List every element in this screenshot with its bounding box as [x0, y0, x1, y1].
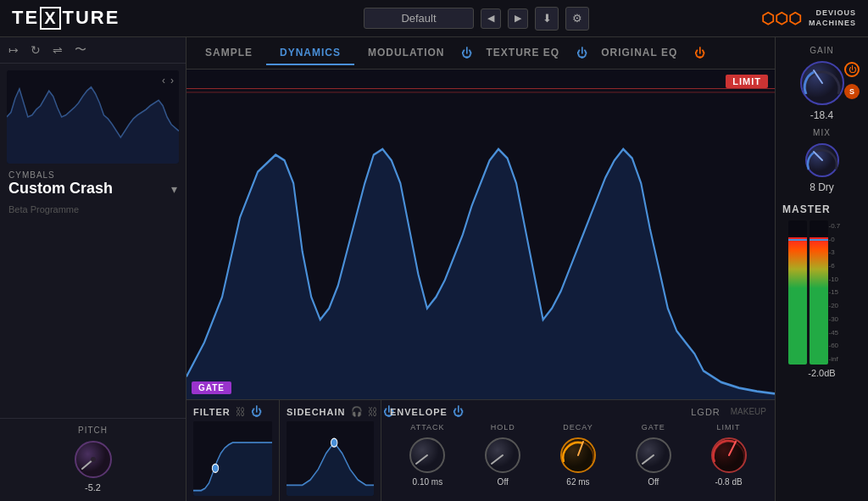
gain-power-button[interactable]: ⏻: [844, 62, 860, 77]
attack-label: ATTACK: [410, 423, 444, 431]
sample-dropdown-button[interactable]: ▾: [171, 182, 177, 196]
transport-bar: ↦ ↻ ⇌ 〜: [0, 37, 186, 64]
vu-scale-0: -0: [829, 236, 841, 243]
cycle-icon[interactable]: ↻: [31, 43, 41, 57]
waveform-display: ‹ ›: [7, 70, 179, 164]
filter-header: FILTER ⛓ ⏻: [193, 405, 272, 418]
tab-modulation[interactable]: MODULATION: [354, 42, 458, 65]
filter-power-button[interactable]: ⏻: [251, 405, 262, 418]
vu-scale-45: -45: [829, 329, 841, 337]
mix-value: 8 Dry: [810, 181, 834, 193]
vu-scale-15: -15: [829, 288, 841, 296]
wave-prev-button[interactable]: ‹: [162, 75, 165, 86]
logo-area: TEXTURE: [0, 7, 186, 30]
lgdr-label: LGDR: [691, 407, 721, 417]
preset-next-button[interactable]: ▶: [508, 8, 528, 29]
gate-label: GATE: [642, 423, 665, 431]
pitch-area: PITCH -5.2: [0, 418, 186, 501]
right-panel: GAIN ⏻ S -18.4 MIX: [775, 37, 868, 501]
master-label: MASTER: [782, 203, 831, 215]
gain-solo-button[interactable]: S: [844, 84, 860, 99]
preset-area: Default ◀ ▶ ⬇ ⚙: [186, 7, 766, 31]
texture-eq-power-button[interactable]: ⏻: [576, 47, 587, 59]
sidechain-section: SIDECHAIN 🎧 ⛓ ⏻: [280, 400, 381, 501]
wave-next-button[interactable]: ›: [170, 75, 174, 86]
limit-knob[interactable]: [710, 437, 748, 474]
brand-name: DEVIOUSMACHINES: [809, 8, 856, 28]
vu-scale-10: -10: [829, 276, 841, 283]
gain-knob[interactable]: [799, 60, 845, 106]
sample-info: Cymbals Custom Crash ▾: [0, 164, 186, 201]
sidechain-title: SIDECHAIN: [287, 407, 346, 417]
vu-scale-20: -20: [829, 302, 841, 309]
wave-nav: ‹ ›: [162, 75, 174, 86]
modulation-power-button[interactable]: ⏻: [461, 47, 472, 59]
svg-point-13: [331, 438, 337, 447]
filter-title: FILTER: [193, 407, 231, 417]
svg-point-10: [212, 464, 218, 472]
brand-area: ⬡⬡⬡ DEVIOUSMACHINES: [766, 8, 868, 28]
decay-value: 62 ms: [566, 477, 589, 487]
makeup-label: MAKEUP: [731, 407, 766, 416]
tab-original-eq[interactable]: ORIGINAL EQ: [587, 42, 691, 65]
limit-value: -0.8 dB: [715, 477, 742, 487]
dynamics-waveform: [186, 70, 775, 399]
mix-label: MIX: [813, 128, 831, 137]
gate-knob[interactable]: [635, 437, 672, 474]
mix-knob[interactable]: [804, 142, 840, 178]
gain-label: GAIN: [810, 46, 833, 55]
envelope-header: ENVELOPE ⏻ LGDR MAKEUP: [390, 405, 766, 418]
envelope-title: ENVELOPE: [390, 407, 448, 417]
limit-knob-group: LIMIT -0.8 dB: [710, 423, 748, 487]
vu-scale-inf: -inf: [829, 355, 841, 363]
wave-icon[interactable]: 〜: [75, 42, 86, 58]
preset-prev-button[interactable]: ◀: [481, 8, 501, 29]
tab-sample[interactable]: SAMPLE: [192, 42, 266, 65]
spacer: [0, 218, 186, 418]
preset-name[interactable]: Default: [364, 8, 474, 29]
gate-value: Off: [648, 477, 659, 487]
vu-meter-right: [810, 220, 828, 365]
filter-section: FILTER ⛓ ⏻: [186, 400, 280, 501]
vu-meter-left: [788, 220, 807, 365]
sidechain-headphone-icon[interactable]: 🎧: [351, 406, 363, 417]
envelope-power-button[interactable]: ⏻: [453, 405, 464, 418]
attack-knob-group: ATTACK 0.10 ms: [409, 423, 446, 487]
envelope-knobs: ATTACK 0.10 ms HOLD: [390, 423, 766, 496]
tabs-row: SAMPLE DYNAMICS MODULATION ⏻ TEXTURE EQ …: [186, 37, 775, 70]
envelope-header-left: ENVELOPE ⏻: [390, 405, 464, 418]
vu-fill-right: [810, 237, 828, 365]
bottom-controls: FILTER ⛓ ⏻ S: [186, 399, 775, 501]
sidechain-link-icon[interactable]: ⛓: [368, 406, 378, 418]
filter-graph: [193, 421, 272, 496]
gate-badge: GATE: [192, 381, 231, 394]
pitch-label: PITCH: [78, 426, 108, 435]
gain-area: GAIN ⏻ S -18.4: [782, 46, 861, 128]
preset-download-button[interactable]: ⬇: [535, 7, 559, 31]
shuffle-icon[interactable]: ⇌: [53, 43, 63, 57]
preset-settings-button[interactable]: ⚙: [565, 7, 589, 31]
tab-texture-eq[interactable]: TEXTURE EQ: [472, 42, 573, 65]
attack-knob[interactable]: [409, 437, 446, 474]
tab-dynamics[interactable]: DYNAMICS: [266, 42, 354, 65]
mix-area: MIX 8 Dry: [782, 128, 861, 200]
hold-label: HOLD: [491, 423, 515, 431]
dynamics-display: LIMIT GATE: [186, 70, 775, 399]
original-eq-power-button[interactable]: ⏻: [694, 47, 705, 59]
left-panel: ↦ ↻ ⇌ 〜 ‹ › Cymbals Custom Crash ▾: [0, 37, 186, 501]
loop-icon[interactable]: ↦: [8, 43, 19, 57]
pitch-knob[interactable]: [74, 440, 113, 479]
hold-knob[interactable]: [484, 437, 521, 474]
decay-knob-group: DECAY 62 ms: [559, 423, 597, 487]
top-bar: TEXTURE Default ◀ ▶ ⬇ ⚙ ⬡⬡⬡ DEVIOUSMACHI…: [0, 0, 868, 37]
vu-meters-container: -0.7 -0 -3 -6 -10 -15 -20 -30 -45 -60 -i…: [788, 220, 856, 365]
sample-category: Cymbals: [8, 170, 177, 180]
vu-scale-3: -3: [829, 248, 841, 256]
filter-link-icon[interactable]: ⛓: [236, 406, 246, 418]
vu-scale-top: -0.7: [829, 222, 841, 230]
vu-peak-right: [810, 239, 828, 241]
sidechain-graph: [287, 421, 374, 496]
vu-peak-left: [788, 239, 807, 241]
sample-name-row: Custom Crash ▾: [8, 180, 177, 198]
decay-knob[interactable]: [559, 437, 597, 474]
